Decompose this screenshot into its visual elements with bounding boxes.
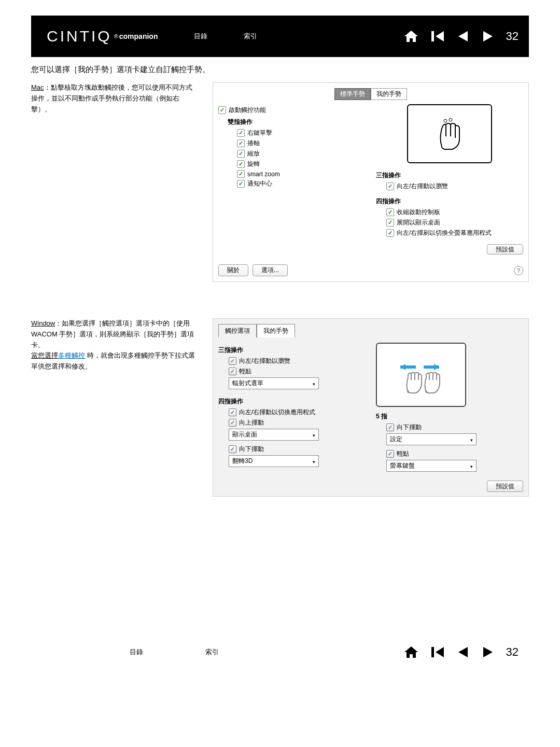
help-icon[interactable]: ? xyxy=(514,266,523,275)
chk-smart-zoom[interactable]: smart zoom xyxy=(237,170,366,178)
intro-text: 您可以選擇［我的手勢］選項卡建立自訂觸控手勢。 xyxy=(31,65,529,75)
mac-panel: 標準手勢 我的手勢 啟動觸控功能 雙指操作 右鍵單擊 捲軸 縮放 旋轉 smar… xyxy=(213,82,529,282)
win-section-five: 5 指 xyxy=(376,412,523,421)
select-settings[interactable]: 設定 xyxy=(386,433,477,445)
chk-win-tap3[interactable]: 輕點 xyxy=(229,367,366,376)
chk-zoom[interactable]: 縮放 xyxy=(237,149,366,158)
chk-win-swipe-up[interactable]: 向上揮動 xyxy=(229,418,366,427)
win-gesture-preview xyxy=(376,343,466,407)
chk-spread-desktop[interactable]: 展開以顯示桌面 xyxy=(386,218,523,227)
brand-logo: CINTIQ ® companion xyxy=(47,27,158,45)
nav-toc-bottom[interactable]: 目錄 xyxy=(130,647,143,657)
brand-sub: companion xyxy=(119,32,158,40)
about-button[interactable]: 關於 xyxy=(218,264,248,276)
tab-my-gestures[interactable]: 我的手勢 xyxy=(371,88,407,100)
prev-page-icon[interactable] xyxy=(456,645,470,659)
win-section-three: 三指操作 xyxy=(218,346,366,355)
chk-win5-down[interactable]: 向下揮動 xyxy=(386,423,523,432)
next-page-icon[interactable] xyxy=(481,645,495,659)
tab-standard-gestures[interactable]: 標準手勢 xyxy=(334,88,371,100)
mac-label: Mac xyxy=(31,83,44,91)
chk-notification-center[interactable]: 通知中心 xyxy=(237,179,366,188)
win-section-four: 四指操作 xyxy=(218,397,366,406)
first-page-icon[interactable] xyxy=(430,30,445,43)
chk-win-swipe-down[interactable]: 向下揮動 xyxy=(229,445,366,454)
default-button[interactable]: 預設值 xyxy=(487,244,523,255)
select-osk[interactable]: 螢幕鍵盤 xyxy=(386,460,477,472)
section-two-finger: 雙指操作 xyxy=(228,118,366,126)
tab-touch-options[interactable]: 觸控選項 xyxy=(218,324,257,337)
tab-my-gestures-win[interactable]: 我的手勢 xyxy=(257,324,295,337)
bottom-bar: 目錄 索引 32 xyxy=(31,631,529,673)
svg-point-2 xyxy=(449,118,452,121)
win-text2a: 當您選擇 xyxy=(31,351,58,359)
nav-index-bottom[interactable]: 索引 xyxy=(205,647,219,657)
chk-win5-tap[interactable]: 輕點 xyxy=(386,449,523,458)
win-default-button[interactable]: 預設值 xyxy=(487,481,523,492)
chk-enable-touch[interactable]: 啟動觸控功能 xyxy=(218,106,366,115)
select-flip3d[interactable]: 翻轉3D xyxy=(229,455,319,467)
win-label: Window xyxy=(31,319,55,327)
brand-name: CINTIQ xyxy=(47,27,112,45)
home-icon[interactable] xyxy=(403,645,419,659)
options-button[interactable]: 選項... xyxy=(253,264,288,276)
chk-pinch-control[interactable]: 收縮啟動控制板 xyxy=(386,208,523,217)
nav-index[interactable]: 索引 xyxy=(244,32,257,41)
chk-win-swipe-nav[interactable]: 向左/右揮動以瀏覽 xyxy=(229,357,366,365)
chk-scroll[interactable]: 捲軸 xyxy=(237,139,366,148)
mac-description: Mac：點擊核取方塊啟動觸控後，您可以使用不同方式操作，並以不同動作或手勢執行部… xyxy=(31,82,197,282)
page-number-bottom: 32 xyxy=(506,645,519,659)
next-page-icon[interactable] xyxy=(481,30,495,43)
gesture-preview xyxy=(407,104,492,163)
chk-swipe-navigate[interactable]: 向左/右揮動以瀏覽 xyxy=(386,182,523,191)
svg-rect-3 xyxy=(431,647,434,657)
select-radial-menu[interactable]: 輻射式選單 xyxy=(229,377,319,389)
first-page-icon[interactable] xyxy=(430,645,445,659)
chk-right-click[interactable]: 右鍵單擊 xyxy=(237,129,366,137)
section-three-finger: 三指操作 xyxy=(376,171,523,180)
brand-reg: ® xyxy=(114,33,118,39)
win-description: Window：如果您選擇［觸控選項］選項卡中的［使用 WACOM 手勢］選項，則… xyxy=(31,318,197,497)
page-number: 32 xyxy=(506,30,519,43)
chk-win-swipe-apps[interactable]: 向左/右揮動以切換應用程式 xyxy=(229,408,366,417)
win-panel: 觸控選項 我的手勢 三指操作 向左/右揮動以瀏覽 輕點 輻射式選單 四指操作 向… xyxy=(213,318,529,497)
mac-text: ：點擊核取方塊啟動觸控後，您可以使用不同方式操作，並以不同動作或手勢執行部分功能… xyxy=(31,83,192,113)
home-icon[interactable] xyxy=(403,30,419,43)
multi-touch-link[interactable]: 多種觸控 xyxy=(58,351,85,359)
svg-rect-0 xyxy=(431,31,434,41)
prev-page-icon[interactable] xyxy=(456,30,470,43)
select-show-desktop[interactable]: 顯示桌面 xyxy=(229,429,319,441)
chk-swipe-fullscreen[interactable]: 向左/右揮刷以切換全螢幕應用程式 xyxy=(386,229,523,237)
svg-point-1 xyxy=(444,119,447,122)
chk-rotate[interactable]: 旋轉 xyxy=(237,160,366,168)
nav-toc[interactable]: 目錄 xyxy=(194,32,207,41)
win-text: ：如果您選擇［觸控選項］選項卡中的［使用 WACOM 手勢］選項，則系統將顯示［… xyxy=(31,319,194,349)
top-bar: CINTIQ ® companion 目錄 索引 32 xyxy=(31,16,529,57)
section-four-finger: 四指操作 xyxy=(376,197,523,206)
